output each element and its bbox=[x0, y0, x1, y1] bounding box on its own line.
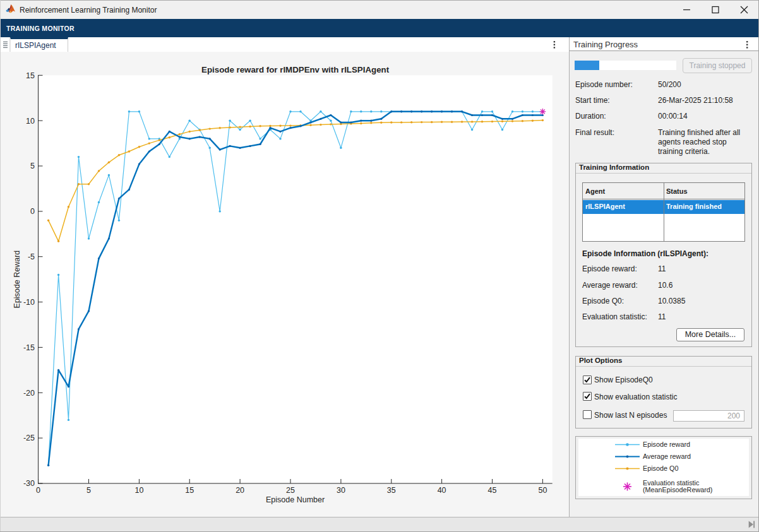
svg-text:-25: -25 bbox=[23, 434, 35, 442]
svg-text:30: 30 bbox=[337, 486, 345, 495]
svg-text:-20: -20 bbox=[23, 389, 35, 398]
svg-text:10: 10 bbox=[134, 486, 143, 495]
svg-text:10: 10 bbox=[26, 117, 35, 126]
svg-text:15: 15 bbox=[185, 486, 194, 495]
svg-text:45: 45 bbox=[488, 486, 497, 495]
svg-text:15: 15 bbox=[26, 71, 35, 80]
svg-text:5: 5 bbox=[30, 162, 35, 170]
svg-text:0: 0 bbox=[30, 207, 35, 216]
svg-text:-5: -5 bbox=[28, 252, 35, 261]
svg-text:-15: -15 bbox=[23, 343, 35, 352]
svg-text:Episode Number: Episode Number bbox=[266, 495, 325, 504]
svg-text:0: 0 bbox=[36, 486, 40, 495]
svg-text:25: 25 bbox=[286, 486, 295, 495]
svg-text:Episode Reward: Episode Reward bbox=[13, 251, 21, 309]
svg-text:40: 40 bbox=[438, 486, 446, 495]
svg-text:50: 50 bbox=[538, 486, 547, 495]
svg-text:Episode reward for rIMDPEnv wi: Episode reward for rIMDPEnv with rILSPIA… bbox=[201, 65, 390, 74]
svg-text:20: 20 bbox=[236, 486, 244, 495]
svg-text:-10: -10 bbox=[23, 298, 35, 307]
svg-text:5: 5 bbox=[87, 486, 91, 495]
svg-text:35: 35 bbox=[387, 486, 396, 495]
svg-text:-30: -30 bbox=[23, 479, 35, 488]
